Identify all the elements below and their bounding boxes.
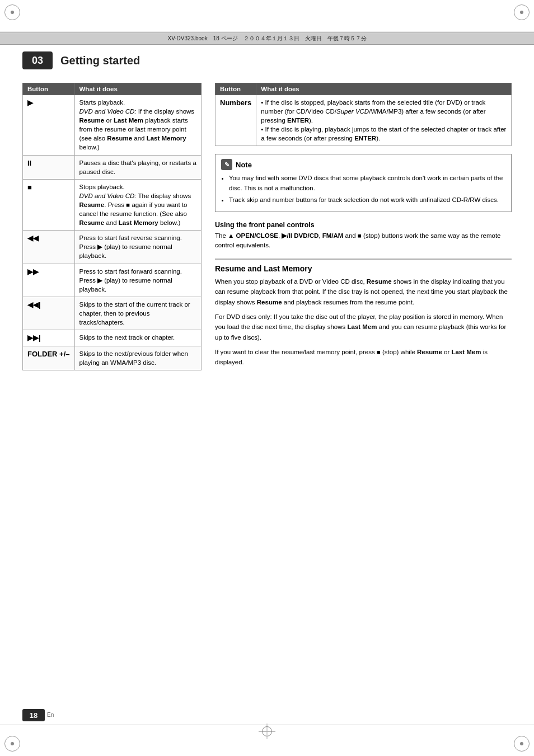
chapter-number: 03 xyxy=(22,51,53,69)
corner-decoration-tl xyxy=(4,4,20,20)
header-bar: XV-DV323.book 18 ページ ２００４年１月１３日 火曜日 午後７時… xyxy=(0,32,534,45)
description-cell: Skips to the start of the current track … xyxy=(74,297,202,330)
note-header: ✎ Note xyxy=(221,159,505,170)
front-panel-text: The ▲ OPEN/CLOSE, ▶/II DVD/CD, FM/AM and… xyxy=(215,231,512,251)
note-bullet: You may find with some DVD discs that so… xyxy=(229,173,505,193)
note-bullet: Track skip and number buttons for track … xyxy=(229,195,505,205)
button-cell: ▶▶| xyxy=(23,330,75,346)
button-cell: ◀◀ xyxy=(23,231,75,264)
resume-paragraph: For DVD discs only: If you take the disc… xyxy=(215,312,512,342)
note-box: ✎ Note You may find with some DVD discs … xyxy=(215,154,512,212)
two-column-layout: Button What it does ▶Starts playback.DVD… xyxy=(22,83,512,372)
main-content: Button What it does ▶Starts playback.DVD… xyxy=(22,83,512,372)
resume-text: When you stop playback of a DVD or Video… xyxy=(215,276,512,368)
left-col1-header: Button xyxy=(23,83,75,95)
button-cell: FOLDER +/– xyxy=(23,346,75,370)
chapter-title: Getting started xyxy=(60,54,140,67)
description-cell: Skips to the next track or chapter. xyxy=(74,330,202,346)
description-cell: Pauses a disc that's playing, or restart… xyxy=(74,155,202,179)
top-border xyxy=(0,31,534,31)
description-cell: Press to start fast forward scanning. Pr… xyxy=(74,264,202,297)
description-cell: Starts playback.DVD and Video CD: If the… xyxy=(74,95,202,156)
note-bullets: You may find with some DVD discs that so… xyxy=(221,173,505,205)
resume-paragraph: When you stop playback of a DVD or Video… xyxy=(215,276,512,307)
page-lang: En xyxy=(47,709,54,721)
description-cell: Press to start fast reverse scanning. Pr… xyxy=(74,231,202,264)
description-cell: Stops playback.DVD and Video CD: The dis… xyxy=(74,179,202,230)
page-number: 18 xyxy=(22,709,45,721)
corner-decoration-br xyxy=(514,736,530,752)
right-col1-header: Button xyxy=(216,83,256,95)
button-cell: ■ xyxy=(23,179,75,230)
resume-heading: Resume and Last Memory xyxy=(215,259,512,273)
resume-paragraph: If you want to clear the resume/last mem… xyxy=(215,347,512,368)
note-title: Note xyxy=(236,159,252,171)
button-cell: ▶ xyxy=(23,95,75,156)
description-cell: Skips to the next/previous folder when p… xyxy=(74,346,202,370)
corner-decoration-bl xyxy=(4,736,20,752)
front-panel-heading: Using the front panel controls xyxy=(215,221,512,229)
left-button-table: Button What it does ▶Starts playback.DVD… xyxy=(22,83,202,370)
right-col2-header: What it does xyxy=(256,83,512,95)
right-button-table: Button What it does Numbers• If the disc… xyxy=(215,83,512,146)
button-cell: ▶▶ xyxy=(23,264,75,297)
corner-decoration-tr xyxy=(514,4,530,20)
center-circle xyxy=(262,726,272,736)
header-text: XV-DV323.book 18 ページ ２００４年１月１３日 火曜日 午後７時… xyxy=(167,35,366,43)
button-cell: II xyxy=(23,155,75,179)
right-column: Button What it does Numbers• If the disc… xyxy=(215,83,512,372)
left-col2-header: What it does xyxy=(74,83,202,95)
left-column: Button What it does ▶Starts playback.DVD… xyxy=(22,83,202,372)
description-cell: • If the disc is stopped, playback start… xyxy=(256,95,512,146)
button-cell: Numbers xyxy=(216,95,256,146)
note-icon: ✎ xyxy=(221,159,232,170)
button-cell: ◀◀| xyxy=(23,297,75,330)
